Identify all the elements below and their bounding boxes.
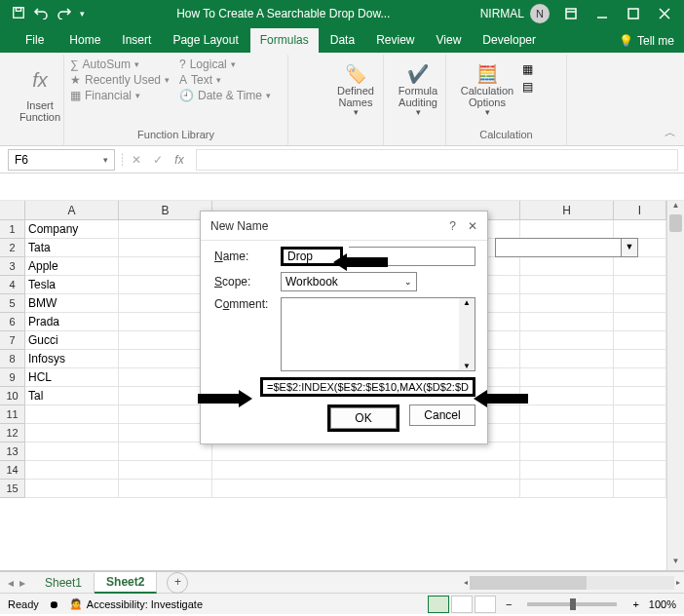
sheet-nav-prev-icon[interactable]: ◂	[8, 576, 14, 590]
close-icon[interactable]	[649, 0, 680, 27]
insert-function-button[interactable]: fx Insert Function	[12, 57, 68, 127]
ribbon-display-icon[interactable]	[555, 0, 587, 27]
col-header[interactable]: I	[614, 201, 666, 220]
vertical-scrollbar[interactable]: ▲ ▼	[666, 201, 684, 570]
comment-label: Comment:	[214, 297, 275, 311]
formula-auditing-button[interactable]: ✔️ Formula Auditing ▾	[390, 57, 446, 127]
cell[interactable]: Prada	[25, 313, 119, 331]
bulb-icon: 💡	[619, 34, 633, 48]
close-icon[interactable]: ✕	[468, 219, 477, 233]
row-header[interactable]: 7	[0, 331, 25, 350]
row-header[interactable]: 12	[0, 424, 25, 443]
tell-me[interactable]: 💡 Tell me	[609, 29, 684, 53]
formula-cancel-icon[interactable]: ✕	[126, 153, 147, 167]
tab-home[interactable]: Home	[59, 28, 110, 53]
select-all-corner[interactable]	[0, 201, 25, 220]
cell[interactable]: Tal	[25, 387, 119, 405]
calculation-options-button[interactable]: 🧮 Calculation Options ▾	[452, 57, 522, 127]
fx-button[interactable]: fx	[169, 153, 190, 167]
row-header[interactable]: 13	[0, 443, 25, 461]
macro-record-icon[interactable]: ⏺	[49, 598, 59, 610]
row-header[interactable]: 4	[0, 276, 25, 294]
dropdown-cell[interactable]: ▼	[495, 238, 622, 257]
row-header[interactable]: 14	[0, 461, 25, 480]
tab-review[interactable]: Review	[366, 28, 424, 53]
view-page-layout-button[interactable]	[451, 596, 473, 613]
cell[interactable]: Gucci	[25, 331, 119, 350]
row-header[interactable]: 2	[0, 239, 25, 257]
zoom-slider[interactable]	[527, 602, 617, 606]
fx-icon: fx	[20, 60, 59, 99]
row-header[interactable]: 11	[0, 405, 25, 424]
group-calculation: Calculation	[452, 129, 560, 143]
cell[interactable]: BMW	[25, 294, 119, 313]
account-area[interactable]: NIRMAL N	[475, 4, 555, 23]
tab-developer[interactable]: Developer	[473, 28, 546, 53]
sheet-tab-sheet1[interactable]: Sheet1	[33, 573, 95, 593]
defined-names-button[interactable]: 🏷️ Defined Names ▾	[327, 57, 384, 127]
maximize-icon[interactable]	[618, 0, 649, 27]
cell-a1[interactable]: Company	[25, 220, 119, 239]
row-header[interactable]: 3	[0, 257, 25, 276]
view-page-break-button[interactable]	[475, 596, 496, 613]
group-function-library: Function Library	[70, 129, 282, 143]
sheet-nav-next-icon[interactable]: ▸	[19, 576, 25, 590]
accessibility-icon: 🙍	[69, 597, 83, 610]
chevron-down-icon[interactable]: ▾	[103, 155, 108, 165]
zoom-in-button[interactable]: +	[632, 598, 638, 610]
cell[interactable]: Apple	[25, 257, 119, 276]
name-label: Name:	[214, 250, 275, 263]
tab-view[interactable]: View	[427, 28, 472, 53]
qat-dropdown-icon[interactable]: ▾	[80, 9, 85, 19]
financial-icon: ▦	[70, 89, 81, 102]
scope-select[interactable]: Workbook ⌄	[281, 272, 417, 291]
col-header[interactable]: H	[520, 201, 614, 220]
tab-insert[interactable]: Insert	[112, 28, 161, 53]
tab-formulas[interactable]: Formulas	[250, 28, 319, 53]
row-header[interactable]: 8	[0, 350, 25, 368]
horizontal-scrollbar[interactable]: ◂ ▸	[188, 576, 684, 590]
annotation-arrow	[333, 253, 388, 271]
tab-file[interactable]: File	[12, 28, 57, 53]
formula-input[interactable]	[196, 149, 678, 171]
view-normal-button[interactable]	[428, 596, 449, 613]
cell[interactable]: Infosys	[25, 350, 119, 368]
tab-page-layout[interactable]: Page Layout	[163, 28, 247, 53]
add-sheet-button[interactable]: +	[167, 572, 188, 594]
star-icon: ★	[70, 73, 81, 87]
sheet-tab-sheet2[interactable]: Sheet2	[95, 572, 157, 594]
row-header[interactable]: 10	[0, 387, 25, 405]
cell[interactable]: Tesla	[25, 276, 119, 294]
row-header[interactable]: 9	[0, 368, 25, 387]
row-header[interactable]: 6	[0, 313, 25, 331]
col-header[interactable]: B	[119, 201, 212, 220]
name-box[interactable]: F6 ▾	[8, 149, 115, 171]
minimize-icon[interactable]	[587, 0, 618, 27]
cell[interactable]: Tata	[25, 239, 119, 257]
accessibility-status[interactable]: 🙍 Accessibility: Investigate	[69, 597, 203, 610]
row-header[interactable]: 15	[0, 480, 25, 498]
row-header[interactable]: 5	[0, 294, 25, 313]
cell[interactable]: HCL	[25, 368, 119, 387]
refers-to-input[interactable]: =$E$2:INDEX($E$2:$E$10,MAX($D$2:$D	[260, 377, 475, 397]
svg-rect-5	[628, 9, 638, 19]
zoom-out-button[interactable]: −	[506, 598, 512, 610]
tab-data[interactable]: Data	[321, 28, 364, 53]
cancel-button[interactable]: Cancel	[409, 404, 475, 426]
comment-textarea[interactable]: ▲▼	[281, 297, 475, 371]
zoom-level[interactable]: 100%	[649, 598, 676, 610]
redo-icon[interactable]	[57, 6, 72, 22]
calculate-sheet-icon[interactable]: ▤	[522, 80, 533, 94]
save-icon[interactable]	[12, 6, 25, 22]
col-header[interactable]: A	[25, 201, 119, 220]
help-icon[interactable]: ?	[449, 219, 456, 233]
chevron-down-icon[interactable]: ▼	[621, 238, 638, 257]
row-header[interactable]: 1	[0, 220, 25, 239]
account-name: NIRMAL	[480, 7, 524, 20]
undo-icon[interactable]	[33, 6, 49, 22]
auditing-icon: ✔️	[407, 65, 429, 85]
calculate-now-icon[interactable]: ▦	[522, 62, 533, 76]
ok-button[interactable]: OK	[330, 407, 397, 429]
formula-enter-icon[interactable]: ✓	[147, 153, 169, 167]
collapse-ribbon-icon[interactable]: ︿	[665, 125, 676, 141]
